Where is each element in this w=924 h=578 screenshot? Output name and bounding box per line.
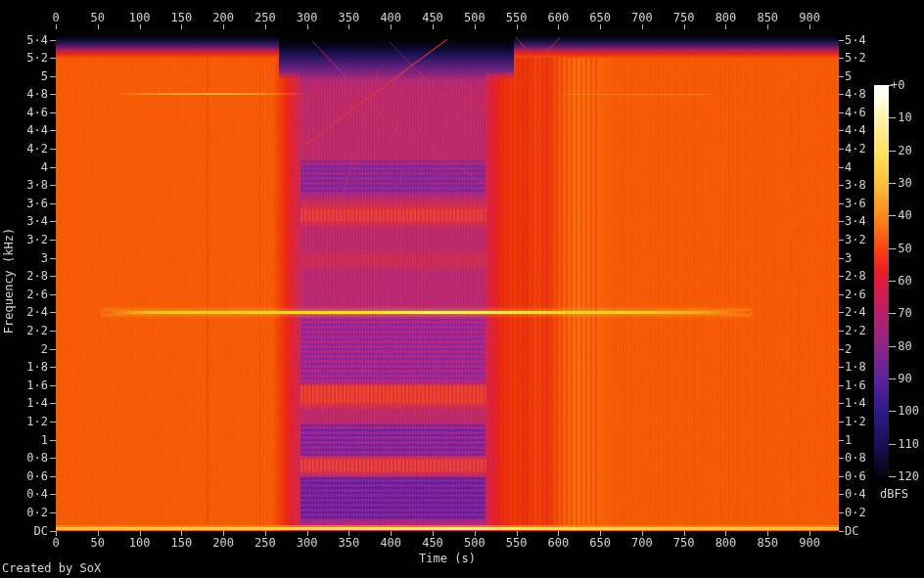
time-tick-label: 600 bbox=[548, 12, 570, 23]
time-tick-mark bbox=[56, 531, 57, 536]
freq-tick-label: 3·6 bbox=[0, 198, 48, 209]
time-tick-label: 750 bbox=[673, 12, 695, 23]
freq-tick-label: DC bbox=[0, 525, 48, 537]
time-tick-label: 700 bbox=[631, 12, 653, 23]
time-tick-mark bbox=[600, 531, 601, 536]
time-tick-mark bbox=[265, 531, 266, 536]
freq-tick-label: 5 bbox=[845, 70, 852, 82]
freq-tick-mark bbox=[50, 240, 56, 241]
time-tick-mark bbox=[140, 531, 141, 536]
time-tick-mark bbox=[307, 24, 308, 29]
freq-tick-label: 4 bbox=[845, 161, 852, 173]
time-tick-label: 200 bbox=[212, 12, 234, 23]
freq-tick-label: 3·4 bbox=[845, 215, 866, 227]
freq-tick-label: 1·8 bbox=[845, 361, 866, 373]
freq-tick-mark bbox=[839, 221, 844, 222]
freq-tick-label: 1 bbox=[845, 434, 852, 446]
freq-tick-label: 2·8 bbox=[0, 270, 48, 282]
freq-tick-mark bbox=[50, 494, 56, 495]
time-tick-mark bbox=[642, 531, 643, 536]
time-tick-mark bbox=[98, 531, 99, 536]
freq-tick-mark bbox=[839, 494, 844, 495]
freq-tick-label: 4·8 bbox=[845, 88, 866, 100]
freq-tick-mark bbox=[839, 167, 844, 168]
time-tick-label: 100 bbox=[129, 537, 151, 549]
time-tick-label: 800 bbox=[716, 537, 737, 549]
freq-tick-label: 1·8 bbox=[0, 361, 48, 373]
time-tick-mark bbox=[725, 24, 726, 29]
dbfs-tick-label: -90 bbox=[891, 373, 912, 384]
created-by-sox-credit: Created by SoX bbox=[2, 562, 101, 574]
time-tick-mark bbox=[725, 531, 726, 536]
freq-tick-label: 1·2 bbox=[845, 416, 866, 427]
dbfs-tick-mark bbox=[889, 215, 893, 216]
freq-tick-label: 5·2 bbox=[845, 52, 866, 64]
freq-tick-label: 4·4 bbox=[845, 124, 866, 136]
freq-tick-label: 2 bbox=[845, 343, 852, 355]
time-tick-label: 500 bbox=[464, 537, 485, 549]
freq-tick-label: 1·4 bbox=[0, 397, 48, 409]
freq-tick-mark bbox=[50, 276, 56, 277]
time-tick-mark bbox=[475, 531, 476, 536]
freq-tick-mark bbox=[50, 58, 56, 59]
time-tick-label: 350 bbox=[339, 12, 360, 23]
time-tick-mark bbox=[223, 24, 224, 29]
freq-tick-mark bbox=[50, 385, 56, 386]
time-tick-label: 750 bbox=[673, 537, 695, 549]
freq-tick-mark bbox=[50, 40, 56, 41]
freq-tick-mark bbox=[50, 130, 56, 131]
time-tick-label: 450 bbox=[422, 12, 443, 23]
freq-tick-mark bbox=[50, 167, 56, 168]
freq-tick-label: 3 bbox=[845, 252, 852, 264]
freq-tick-label: 3 bbox=[0, 252, 48, 264]
time-tick-mark bbox=[517, 24, 518, 29]
freq-tick-label: 3·2 bbox=[845, 234, 866, 245]
time-tick-mark bbox=[600, 24, 601, 29]
freq-tick-mark bbox=[839, 349, 844, 350]
freq-tick-mark bbox=[839, 58, 844, 59]
sox-spectrogram-window: Time (s) Frequency (kHz) dBFS Created by… bbox=[0, 0, 924, 578]
freq-tick-mark bbox=[50, 221, 56, 222]
freq-tick-mark bbox=[839, 312, 844, 313]
dbfs-tick-label: -50 bbox=[891, 243, 912, 254]
freq-tick-mark bbox=[839, 240, 844, 241]
time-tick-mark bbox=[809, 531, 810, 536]
freq-tick-label: 4 bbox=[0, 161, 48, 173]
time-tick-mark bbox=[391, 531, 392, 536]
dbfs-tick-label: -110 bbox=[891, 438, 919, 450]
freq-tick-label: 3·8 bbox=[0, 179, 48, 191]
time-tick-label: 0 bbox=[52, 12, 59, 23]
dbfs-tick-label: -10 bbox=[891, 111, 912, 123]
time-tick-mark bbox=[684, 24, 685, 29]
time-tick-label: 700 bbox=[631, 537, 653, 549]
freq-tick-label: 0·6 bbox=[845, 470, 866, 482]
freq-tick-mark bbox=[839, 367, 844, 368]
time-tick-mark bbox=[56, 24, 57, 29]
freq-tick-mark bbox=[839, 94, 844, 95]
dbfs-tick-label: +0 bbox=[891, 79, 904, 91]
freq-tick-label: DC bbox=[845, 525, 858, 537]
freq-tick-mark bbox=[50, 149, 56, 150]
freq-tick-mark bbox=[50, 331, 56, 332]
dbfs-tick-label: -120 bbox=[891, 470, 919, 482]
freq-tick-mark bbox=[839, 112, 844, 113]
freq-tick-mark bbox=[50, 203, 56, 204]
time-tick-label: 150 bbox=[170, 537, 192, 549]
freq-tick-label: 1·6 bbox=[845, 379, 866, 391]
time-tick-mark bbox=[642, 24, 643, 29]
time-tick-label: 400 bbox=[380, 537, 401, 549]
time-tick-mark bbox=[809, 24, 810, 29]
freq-tick-mark bbox=[839, 331, 844, 332]
freq-tick-mark bbox=[50, 94, 56, 95]
freq-tick-label: 4·6 bbox=[0, 107, 48, 118]
freq-tick-label: 4·6 bbox=[845, 107, 866, 118]
time-tick-label: 550 bbox=[506, 537, 528, 549]
colorbar-unit-label: dBFS bbox=[880, 488, 908, 500]
freq-tick-label: 0·4 bbox=[0, 488, 48, 500]
freq-tick-mark bbox=[839, 403, 844, 404]
freq-tick-mark bbox=[839, 40, 844, 41]
spectrogram-plot-area bbox=[56, 29, 839, 531]
time-tick-label: 550 bbox=[506, 12, 528, 23]
time-tick-label: 450 bbox=[422, 537, 443, 549]
time-tick-label: 200 bbox=[212, 537, 234, 549]
